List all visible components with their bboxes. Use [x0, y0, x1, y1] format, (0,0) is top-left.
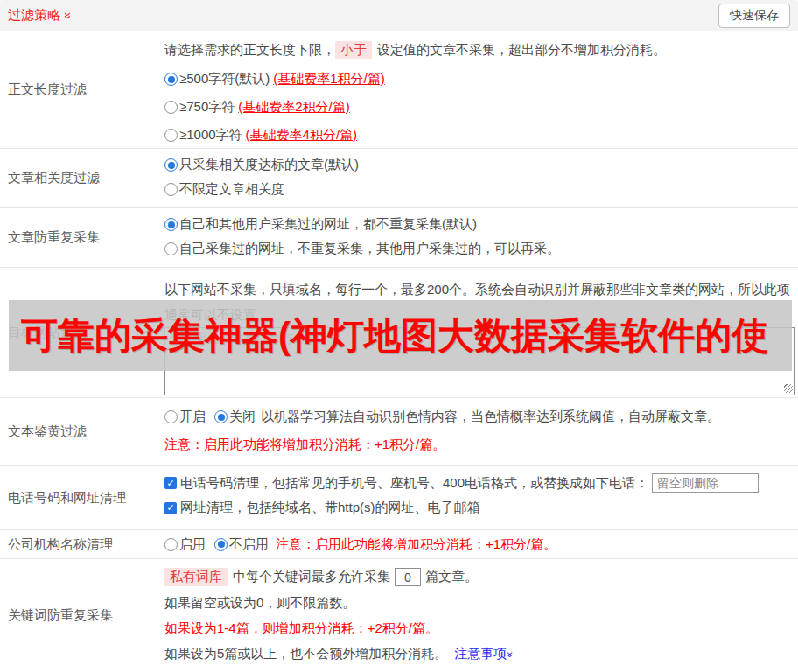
radio-checked-icon[interactable]: [164, 73, 178, 86]
length-option-1000[interactable]: ≥1000字符 (基础费率4积分/篇): [164, 127, 793, 144]
dedup-option-own[interactable]: 自己采集过的网址，不重复采集，其他用户采集过的，可以再采。: [164, 241, 793, 257]
row-porn-label: 文本鉴黄过滤: [0, 398, 164, 466]
keyword-note-zero: 如果留空或设为0，则不限篇数。: [164, 595, 793, 612]
length-option-500[interactable]: ≥500字符(默认) (基础费率1积分/篇): [164, 71, 793, 88]
dedup-option-global-label: 自己和其他用户采集过的网址，都不重复采集(默认): [179, 216, 477, 233]
length-option-750-fee: (基础费率2积分/篇): [238, 99, 350, 116]
row-dedup-label: 文章防重复采集: [0, 208, 164, 267]
checkbox-checked-icon[interactable]: ✓: [164, 477, 177, 489]
chevron-down-icon: »: [62, 12, 74, 19]
url-clean-label: 网址清理，包括纯域名、带http(s)的网址、电子邮箱: [180, 500, 480, 516]
url-clean-line: ✓ 网址清理，包括纯域名、带http(s)的网址、电子邮箱: [164, 500, 793, 516]
radio-icon[interactable]: [164, 410, 178, 424]
relevance-option-strict-label: 只采集相关度达标的文章(默认): [179, 157, 359, 173]
watermark-banner: 可靠的采集神器(神灯地图大数据采集软件的使: [9, 300, 792, 371]
row-length-filter: 正文长度过滤 请选择需求的正文长度下限， 小于 设定值的文章不采集，超出部分不增…: [0, 32, 798, 149]
porn-option-on-label[interactable]: 开启: [179, 409, 206, 425]
row-phone-url-clean: 电话号码和网址清理 ✓ 电话号码清理，包括常见的手机号、座机号、400电话格式，…: [0, 466, 798, 530]
porn-options-line: 开启 关闭 以机器学习算法自动识别色情内容，当色情概率达到系统阈值，自动屏蔽文章…: [164, 409, 793, 425]
private-lexicon-badge[interactable]: 私有词库: [164, 568, 228, 586]
dedup-option-global[interactable]: 自己和其他用户采集过的网址，都不重复采集(默认): [164, 216, 793, 233]
keyword-limit-text: 中每个关键词最多允许采集: [233, 569, 390, 585]
radio-icon[interactable]: [164, 183, 178, 196]
row-length-content: 请选择需求的正文长度下限， 小于 设定值的文章不采集，超出部分不增加积分消耗。 …: [164, 32, 798, 148]
checkbox-checked-icon[interactable]: ✓: [164, 502, 177, 514]
length-intro-badge: 小于: [335, 41, 372, 60]
row-dedup-content: 自己和其他用户采集过的网址，都不重复采集(默认) 自己采集过的网址，不重复采集，…: [164, 208, 798, 267]
row-relevance-label: 文章相关度过滤: [0, 149, 164, 207]
radio-checked-icon[interactable]: [164, 158, 178, 172]
dedup-option-own-label: 自己采集过的网址，不重复采集，其他用户采集过的，可以再采。: [179, 241, 560, 257]
row-relevance-content: 只采集相关度达标的文章(默认) 不限定文章相关度: [164, 149, 798, 207]
porn-note: 注意：启用此功能将增加积分消耗：+1积分/篇。: [164, 437, 793, 453]
phone-clean-line: ✓ 电话号码清理，包括常见的手机号、座机号、400电话格式，或替换成如下电话：: [164, 473, 793, 493]
radio-checked-icon[interactable]: [164, 218, 178, 231]
keyword-limit-line: 私有词库 中每个关键词最多允许采集 篇文章。: [164, 568, 793, 586]
company-option-off-label[interactable]: 不启用: [229, 536, 269, 553]
length-option-500-fee: (基础费率1积分/篇): [273, 71, 385, 88]
row-porn-content: 开启 关闭 以机器学习算法自动识别色情内容，当色情概率达到系统阈值，自动屏蔽文章…: [164, 398, 798, 466]
length-option-750-label: ≥750字符: [179, 99, 234, 116]
radio-icon[interactable]: [164, 129, 178, 142]
keyword-note-five-line: 如果设为5篇或以上，也不会额外增加积分消耗。 注意事项 »: [164, 646, 793, 662]
row-phone-content: ✓ 电话号码清理，包括常见的手机号、座机号、400电话格式，或替换成如下电话： …: [164, 466, 798, 529]
quick-save-button[interactable]: 快速保存: [718, 4, 790, 28]
length-option-1000-fee: (基础费率4积分/篇): [246, 127, 358, 144]
page-title[interactable]: 过滤策略 »: [8, 7, 72, 24]
length-intro-prefix: 请选择需求的正文长度下限，: [164, 42, 335, 59]
company-options-line: 启用 不启用 注意：启用此功能将增加积分消耗：+1积分/篇。: [164, 536, 556, 553]
row-keyword-dedup: 关键词防重复采集 私有词库 中每个关键词最多允许采集 篇文章。 如果留空或设为0…: [0, 559, 798, 672]
row-length-label: 正文长度过滤: [0, 32, 164, 148]
filter-strategy-page: 过滤策略 » 快速保存 正文长度过滤 请选择需求的正文长度下限， 小于 设定值的…: [0, 0, 798, 672]
length-option-500-label: ≥500字符(默认): [179, 71, 270, 88]
length-option-750[interactable]: ≥750字符 (基础费率2积分/篇): [164, 99, 793, 116]
row-keyword-content: 私有词库 中每个关键词最多允许采集 篇文章。 如果留空或设为0，则不限篇数。 如…: [164, 559, 798, 672]
porn-option-off-label[interactable]: 关闭: [229, 409, 256, 425]
length-intro: 请选择需求的正文长度下限， 小于 设定值的文章不采集，超出部分不增加积分消耗。: [164, 41, 793, 60]
relevance-option-any-label: 不限定文章相关度: [179, 181, 284, 198]
company-option-on-label[interactable]: 启用: [179, 536, 206, 553]
phone-clean-label: 电话号码清理，包括常见的手机号、座机号、400电话格式，或替换成如下电话：: [180, 475, 648, 492]
relevance-option-strict[interactable]: 只采集相关度达标的文章(默认): [164, 157, 793, 173]
radio-checked-icon[interactable]: [214, 410, 228, 424]
radio-icon[interactable]: [164, 101, 178, 114]
page-title-text: 过滤策略: [8, 7, 60, 24]
resize-grip-icon[interactable]: [784, 384, 793, 393]
relevance-option-any[interactable]: 不限定文章相关度: [164, 181, 793, 198]
keyword-note-fee: 如果设为1-4篇，则增加积分消耗：+2积分/篇。: [164, 620, 793, 637]
row-company-content: 启用 不启用 注意：启用此功能将增加积分消耗：+1积分/篇。: [164, 530, 798, 558]
keyword-limit-input[interactable]: [395, 568, 421, 586]
radio-icon[interactable]: [164, 242, 178, 256]
topbar: 过滤策略 » 快速保存: [0, 0, 798, 32]
radio-checked-icon[interactable]: [214, 538, 228, 551]
row-company-clean: 公司机构名称清理 启用 不启用 注意：启用此功能将增加积分消耗：+1积分/篇。: [0, 530, 798, 559]
row-keyword-label: 关键词防重复采集: [0, 559, 164, 672]
row-porn-filter: 文本鉴黄过滤 开启 关闭 以机器学习算法自动识别色情内容，当色情概率达到系统阈值…: [0, 398, 798, 466]
watermark-text: 可靠的采集神器(神灯地图大数据采集软件的使: [9, 312, 768, 360]
row-dedup: 文章防重复采集 自己和其他用户采集过的网址，都不重复采集(默认) 自己采集过的网…: [0, 208, 798, 268]
row-phone-label: 电话号码和网址清理: [0, 466, 164, 529]
company-note: 注意：启用此功能将增加积分消耗：+1积分/篇。: [276, 536, 556, 553]
row-relevance-filter: 文章相关度过滤 只采集相关度达标的文章(默认) 不限定文章相关度: [0, 149, 798, 208]
porn-desc: 以机器学习算法自动识别色情内容，当色情概率达到系统阈值，自动屏蔽文章。: [261, 409, 720, 425]
chevron-down-icon: »: [506, 651, 516, 657]
keyword-note-five: 如果设为5篇或以上，也不会额外增加积分消耗。: [164, 646, 447, 662]
length-option-1000-label: ≥1000字符: [179, 127, 242, 144]
notice-link[interactable]: 注意事项 »: [454, 646, 514, 662]
keyword-limit-suffix: 篇文章。: [425, 569, 478, 585]
radio-icon[interactable]: [164, 538, 178, 551]
notice-link-label: 注意事项: [454, 646, 507, 662]
length-intro-suffix: 设定值的文章不采集，超出部分不增加积分消耗。: [377, 42, 666, 59]
row-company-label: 公司机构名称清理: [0, 530, 164, 558]
replace-phone-input[interactable]: [652, 473, 759, 493]
